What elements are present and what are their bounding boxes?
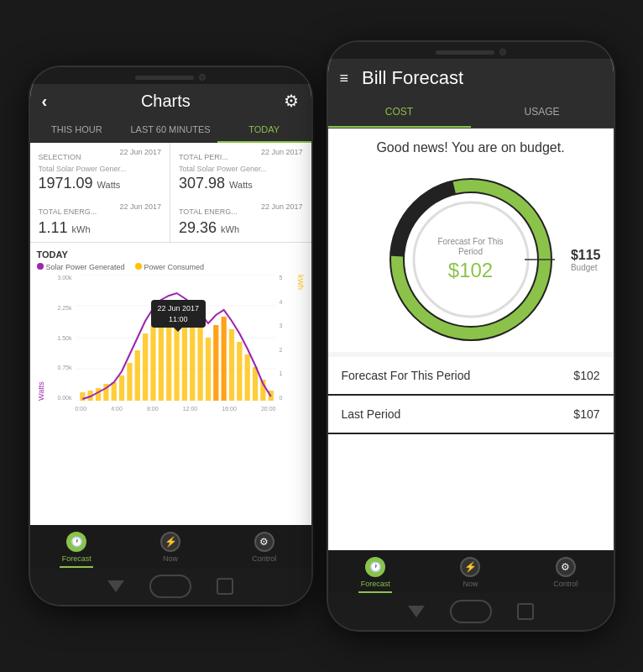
- android-recents[interactable]: [217, 578, 233, 595]
- scene: ‹ Charts ⚙ THIS HOUR LAST 60 MINUTES TOD…: [13, 25, 630, 647]
- r-android-home[interactable]: [450, 600, 492, 623]
- r-android-back[interactable]: [408, 606, 425, 617]
- stat-value-0: 1971.09 Watts: [39, 175, 162, 192]
- tab-usage[interactable]: USAGE: [471, 97, 614, 128]
- svg-rect-11: [127, 363, 132, 401]
- forecast-tabs: COST USAGE: [328, 97, 614, 129]
- tab-this-hour[interactable]: THIS HOUR: [30, 118, 124, 143]
- y-label-3: 0.75k: [57, 365, 71, 370]
- stats-grid: SELECTION22 Jun 2017 Total Solar Power G…: [30, 143, 311, 243]
- r-now-nav-icon: ⚡: [460, 557, 480, 577]
- nav-forecast[interactable]: 🕐 Forecast: [30, 525, 124, 568]
- gear-icon[interactable]: ⚙: [284, 91, 299, 111]
- back-button[interactable]: ‹: [42, 92, 48, 111]
- nav-now[interactable]: ⚡ Now: [123, 525, 217, 568]
- forecast-list: Forecast For This Period $102 Last Perio…: [328, 357, 614, 550]
- right-phone-top: [328, 42, 614, 59]
- forecast-item-label-0: Forecast For This Period: [342, 369, 471, 382]
- stat-value-1: 307.98 Watts: [179, 175, 303, 192]
- chart-legend: Solar Power Generated Power Consumed: [37, 263, 305, 271]
- right-screen: ≡ Bill Forecast COST USAGE Good news! Yo…: [328, 59, 614, 593]
- android-home[interactable]: [149, 575, 191, 598]
- r-nav-now-label: Now: [463, 580, 478, 588]
- forecast-nav-icon: 🕐: [66, 532, 86, 552]
- x-label-4: 16:00: [222, 406, 237, 412]
- r-nav-control[interactable]: ⚙ Control: [518, 550, 613, 593]
- chart-area: TODAY Solar Power Generated Power Consum…: [30, 243, 311, 525]
- legend-power-dot: [135, 263, 142, 270]
- donut-sublabel: Forecast For This: [437, 237, 503, 247]
- stat-label-3: Total Energ...: [179, 207, 238, 216]
- y-r-label-2: 3: [280, 323, 283, 328]
- r-control-nav-icon: ⚙: [556, 557, 576, 577]
- stat-sublabel-0: Total Solar Power Gener...: [39, 165, 162, 173]
- forecast-list-item-1: Last Period $107: [328, 396, 614, 434]
- y-r-label-0: 5: [280, 275, 283, 281]
- budget-amount: $115: [571, 248, 601, 263]
- legend-solar-label: Solar Power Generated: [46, 263, 125, 271]
- stat-cell-0: SELECTION22 Jun 2017 Total Solar Power G…: [30, 143, 171, 197]
- android-back[interactable]: [107, 580, 124, 592]
- y-axis-left: 3.00k 2.25k 1.50k 0.75k 0.00k: [49, 275, 72, 401]
- chart-tooltip: 22 Jun 2017 11:00: [151, 300, 206, 328]
- svg-rect-23: [221, 317, 226, 401]
- right-phone: ≡ Bill Forecast COST USAGE Good news! Yo…: [328, 42, 614, 630]
- svg-rect-25: [237, 342, 242, 401]
- tooltip-time: 11:00: [169, 315, 188, 323]
- stat-label-1: TOTAL PERI...: [179, 153, 228, 161]
- donut-sublabel2: Period: [437, 247, 503, 257]
- stat-cell-3: Total Energ...22 Jun 2017 29.36 kWh: [170, 197, 311, 242]
- x-axis: 0:00 4:00 8:00 12:00 16:00 20:00: [76, 406, 276, 412]
- svg-rect-10: [118, 375, 123, 401]
- svg-rect-20: [197, 325, 202, 401]
- svg-rect-12: [134, 350, 139, 401]
- tab-last-60[interactable]: LAST 60 MINUTES: [123, 118, 217, 143]
- svg-rect-22: [213, 325, 218, 401]
- svg-rect-14: [150, 325, 155, 401]
- r-nav-forecast[interactable]: 🕐 Forecast: [328, 550, 423, 593]
- tab-today[interactable]: TODAY: [217, 118, 311, 143]
- stat-date-3: 22 Jun 2017: [261, 202, 303, 211]
- donut-wrapper: Forecast For This Period $102 $115 Budge…: [328, 167, 614, 352]
- chart-today-label: TODAY: [37, 249, 305, 260]
- y-axis-left-label: Watts: [37, 275, 45, 401]
- nav-now-label: Now: [163, 554, 178, 563]
- svg-rect-15: [158, 321, 163, 401]
- charts-tabs: THIS HOUR LAST 60 MINUTES TODAY: [30, 118, 311, 143]
- svg-rect-26: [244, 354, 249, 401]
- y-r-label-5: 0: [280, 395, 283, 401]
- nav-forecast-label: Forecast: [62, 554, 91, 563]
- stat-label-0: SELECTION: [39, 153, 81, 161]
- right-app-nav: 🕐 Forecast ⚡ Now ⚙ Control: [328, 550, 614, 593]
- legend-power-label: Power Consumed: [144, 263, 205, 271]
- stat-sublabel-1: Total Solar Power Gener...: [179, 165, 303, 173]
- svg-rect-19: [190, 317, 195, 401]
- left-screen: ‹ Charts ⚙ THIS HOUR LAST 60 MINUTES TOD…: [30, 84, 311, 568]
- r-forecast-nav-icon: 🕐: [365, 557, 385, 577]
- r-android-recents[interactable]: [517, 603, 534, 620]
- tab-cost[interactable]: COST: [328, 97, 471, 128]
- left-phone-top: [30, 67, 311, 84]
- x-label-0: 0:00: [76, 406, 87, 412]
- right-camera: [499, 49, 506, 55]
- donut-container: Forecast For This Period $102 $115 Budge…: [387, 176, 555, 344]
- budget-label: $115 Budget: [571, 248, 601, 272]
- stat-label-2: Total Energ...: [39, 207, 97, 216]
- svg-rect-27: [252, 367, 257, 401]
- nav-control-label: Control: [252, 554, 276, 563]
- y-axis-right-label: kWh: [296, 275, 305, 401]
- nav-control[interactable]: ⚙ Control: [217, 525, 311, 568]
- x-label-3: 12:00: [183, 406, 198, 412]
- svg-rect-16: [166, 317, 171, 401]
- control-nav-icon: ⚙: [254, 532, 274, 552]
- left-app-nav: 🕐 Forecast ⚡ Now ⚙ Control: [30, 525, 311, 568]
- now-nav-icon: ⚡: [160, 532, 180, 552]
- r-nav-now[interactable]: ⚡ Now: [423, 550, 518, 593]
- y-label-0: 3.00k: [57, 275, 71, 281]
- stat-value-3: 29.36 kWh: [179, 219, 303, 237]
- svg-rect-21: [205, 338, 210, 401]
- hamburger-icon[interactable]: ≡: [340, 70, 349, 87]
- budget-text: Budget: [571, 263, 601, 272]
- legend-solar-dot: [37, 263, 44, 270]
- forecast-content: Good news! You are on budget.: [328, 129, 614, 550]
